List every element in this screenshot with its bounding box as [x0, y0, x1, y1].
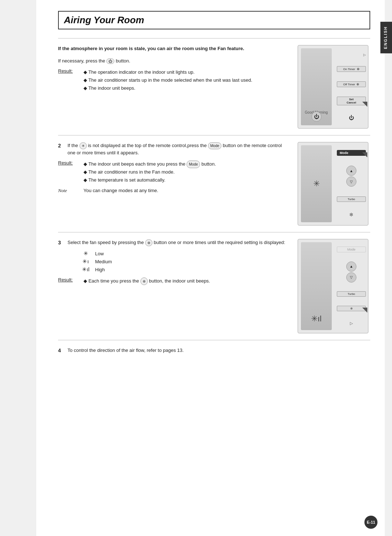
- result-block-3: Result: Each time you press the ⊛ button…: [58, 277, 290, 285]
- fan-speeds-list: ✳ Low ✳ı Medium ✳ıl High: [80, 250, 290, 273]
- step4-intro: 4 To control the direction of the air fl…: [58, 347, 370, 354]
- fan-low-icon: ✳: [80, 250, 91, 257]
- fan-btn-inline-result: ⊛: [140, 277, 148, 285]
- fan-speed-high: ✳ıl High: [80, 266, 290, 273]
- clock-icon-1: ⊕: [357, 67, 360, 71]
- fan-high-label: High: [95, 267, 105, 272]
- turbo-btn-3[interactable]: Turbo: [337, 291, 366, 297]
- step-4-number: 4: [58, 347, 64, 354]
- power-icon-remote: ⏻: [349, 115, 354, 121]
- turbo-btn[interactable]: Turbo: [337, 196, 366, 202]
- up-arrow-btn[interactable]: ▲: [346, 166, 356, 176]
- section3-content: 3 Select the fan speed by pressing the ⊛…: [58, 239, 298, 333]
- remote-body-1: Good Morning ⏻: [301, 48, 332, 125]
- power-circle-btn: ⏻: [311, 111, 322, 122]
- press-text-before: If necessary, press the: [58, 58, 106, 64]
- mode-display-3: Mode: [337, 247, 366, 252]
- set-cancel-label: SetCancel: [347, 98, 356, 104]
- fan-high-icon: ✳ıl: [80, 266, 91, 273]
- set-cancel-btn[interactable]: SetCancel: [337, 97, 366, 105]
- fan-speed-icon-3: ⊛: [350, 307, 353, 310]
- result-item-3a: Each time you press the ⊛ button, the in…: [83, 277, 210, 285]
- remote-right-2: Mode ▲ ▽ Turbo ❄: [335, 142, 368, 225]
- result-items-1: The operation indicator on the indoor un…: [83, 68, 252, 92]
- section-3: 3 Select the fan speed by pressing the ⊛…: [58, 232, 370, 340]
- note-block-2: Note You can change modes at any time.: [58, 188, 290, 194]
- snowflake-btn-inline: ✳: [79, 142, 87, 149]
- remote-right-1: ▷ On Timer ⊕ Off Timer ⊕ SetCancel: [335, 45, 368, 128]
- result-item-2b: The air conditioner runs in the Fan mode…: [83, 168, 216, 176]
- result-items-2: The indoor unit beeps each time you pres…: [83, 160, 216, 184]
- fan-speed-btn-inline: ⊛: [145, 239, 152, 246]
- result-label-3: Result:: [58, 277, 80, 285]
- english-tab: ENGLISH: [380, 22, 392, 53]
- remote-body-3: ✳ıl: [301, 242, 332, 330]
- fan-speed-btn-3[interactable]: ⊛: [337, 306, 366, 311]
- fan-medium-icon: ✳ı: [80, 258, 91, 265]
- note-text-2: You can change modes at any time.: [83, 188, 158, 193]
- section3-image: ✳ıl Mode ▲ ▽ Turbo ⊛: [298, 239, 370, 333]
- remote-body-2: ✳: [301, 145, 332, 222]
- mode-btn-display[interactable]: Mode: [337, 150, 366, 156]
- section2-image: ✳ Mode ▲ ▽ Turbo: [298, 142, 370, 226]
- press-text: If necessary, press the ⏻ button.: [58, 58, 290, 64]
- result-item-2c: The temperature is set automatically.: [83, 176, 216, 184]
- section-2: 2 If the ✳ is not displayed at the top o…: [58, 135, 370, 232]
- result-item-2a: The indoor unit beeps each time you pres…: [83, 160, 216, 168]
- result-item-1a: The operation indicator on the indoor un…: [83, 68, 252, 76]
- remote-1: Good Morning ⏻ ▷ On Timer ⊕: [298, 45, 368, 129]
- fan-low-label: Low: [95, 251, 104, 256]
- remote-3: ✳ıl Mode ▲ ▽ Turbo ⊛: [298, 239, 368, 333]
- left-margin: [0, 0, 18, 536]
- intro-bold-text: If the atmosphere in your room is stale,…: [58, 45, 290, 52]
- step2-intro: 2 If the ✳ is not displayed at the top o…: [58, 142, 290, 157]
- on-timer-label: On Timer: [343, 68, 355, 71]
- step2-text: If the ✳ is not displayed at the top of …: [68, 142, 290, 157]
- fan-speed-medium: ✳ı Medium: [80, 258, 290, 265]
- off-timer-label: Off Timer: [343, 83, 355, 86]
- step3-intro: 3 Select the fan speed by pressing the ⊛…: [58, 239, 290, 247]
- result-block-2: Result: The indoor unit beeps each time …: [58, 160, 290, 184]
- result-block-1: Result: The operation indicator on the i…: [58, 68, 290, 92]
- section2-content: 2 If the ✳ is not displayed at the top o…: [58, 142, 298, 226]
- result-item-1c: The indoor unit beeps.: [83, 84, 252, 92]
- down-arrow-btn-3[interactable]: ▽: [346, 272, 356, 283]
- fan-icon-2: ❄: [349, 212, 354, 218]
- result-label-1: Result:: [58, 68, 80, 92]
- arrow-icon-3: ▷: [350, 321, 353, 325]
- result-item-1b: The air conditioner starts up in the mod…: [83, 76, 252, 84]
- step-2-number: 2: [58, 142, 64, 150]
- fan-medium-label: Medium: [95, 259, 112, 264]
- arrow-right-icon: ▷: [363, 53, 366, 57]
- snowflake-large-icon: ✳: [313, 179, 320, 188]
- press-text-after: button.: [116, 58, 130, 64]
- result-items-3: Each time you press the ⊛ button, the in…: [83, 277, 210, 285]
- result-label-2: Result:: [58, 160, 80, 184]
- power-button-icon: ⏻: [106, 58, 114, 64]
- section-4: 4 To control the direction of the air fl…: [58, 340, 370, 380]
- off-timer-btn[interactable]: Off Timer ⊕: [337, 81, 366, 87]
- fan-icon-large-3: ✳ıl: [311, 314, 322, 324]
- page-title: Airing Your Room: [58, 11, 370, 29]
- mode-label: Mode: [340, 151, 348, 155]
- step4-text: To control the direction of the air flow…: [68, 347, 184, 354]
- down-arrow-btn[interactable]: ▽: [346, 176, 356, 187]
- mode-btn-inline-2: Mode: [187, 161, 200, 168]
- section1-image: Good Morning ⏻ ▷ On Timer ⊕: [298, 45, 370, 129]
- section1-content: If the atmosphere in your room is stale,…: [58, 45, 298, 129]
- page-number-badge: E-11: [364, 516, 377, 529]
- fan-speed-low: ✳ Low: [80, 250, 290, 257]
- up-arrow-btn-3[interactable]: ▲: [346, 261, 356, 272]
- remote-2: ✳ Mode ▲ ▽ Turbo: [298, 142, 368, 226]
- page: Airing Your Room If the atmosphere in yo…: [0, 0, 392, 536]
- clock-icon-2: ⊕: [356, 82, 359, 86]
- remote-right-3: Mode ▲ ▽ Turbo ⊛ ▷: [335, 239, 368, 333]
- step-3-number: 3: [58, 239, 64, 247]
- main-content: Airing Your Room If the atmosphere in yo…: [36, 0, 385, 536]
- note-label-2: Note: [58, 188, 80, 194]
- section-1: If the atmosphere in your room is stale,…: [58, 38, 370, 135]
- step3-text: Select the fan speed by pressing the ⊛ b…: [68, 239, 285, 246]
- mode-btn-inline: Mode: [208, 142, 221, 149]
- on-timer-btn[interactable]: On Timer ⊕: [337, 66, 366, 72]
